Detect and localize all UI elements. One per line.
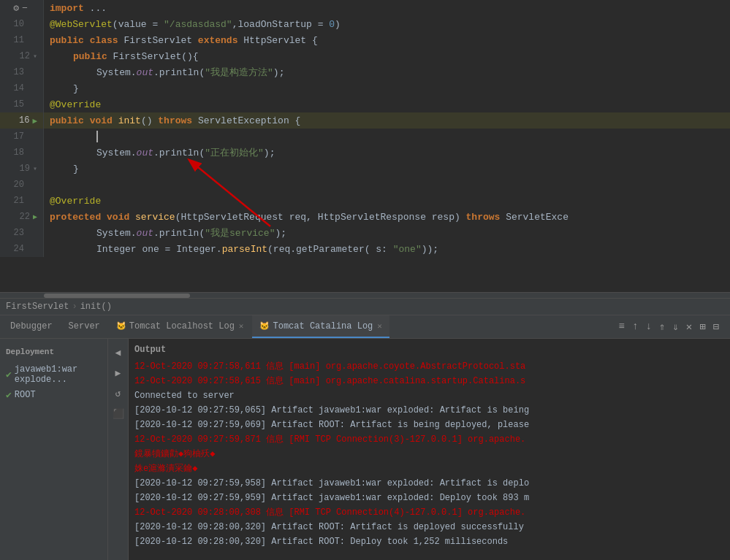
- tab-tomcat-localhost-label: Tomcat Localhost Log: [129, 321, 235, 331]
- line-gutter-16: 16 ▶: [0, 112, 44, 129]
- tab-tomcat-localhost[interactable]: 🐱 Tomcat Localhost Log ✕: [109, 315, 251, 338]
- output-area: Output 12-Oct-2020 09:27:58,611 信息 [main…: [129, 339, 730, 560]
- line-number-11: 11: [7, 35, 24, 45]
- line-content-17[interactable]: [44, 129, 730, 145]
- log-line-2: Connected to server: [129, 388, 730, 403]
- code-line-12: 12 ▾ public FirstServlet(){: [0, 48, 730, 64]
- code-line-22: 22 ▶ protected void service (HttpServlet…: [0, 209, 730, 225]
- line-gutter-14: 14: [0, 80, 44, 96]
- code-line-14: 14 }: [0, 80, 730, 96]
- code-line-24: 24 Integer one = Integer. parseInt (req.…: [0, 241, 730, 257]
- line-content-20[interactable]: [44, 177, 730, 193]
- line-number-19: 19: [12, 164, 30, 174]
- h-scrollbar[interactable]: [0, 292, 730, 298]
- tab-action-up[interactable]: ↑: [630, 319, 640, 334]
- breadcrumb: FirstServlet › init(): [0, 298, 730, 315]
- check-icon-1: ✔: [6, 389, 12, 401]
- line-gutter-23: 23: [0, 225, 44, 241]
- line-gutter-17: 17: [0, 129, 44, 145]
- line-gutter-18: 18: [0, 145, 44, 161]
- log-line-4: [2020-10-12 09:27:59,069] Artifact ROOT:…: [129, 418, 730, 432]
- gear-icon[interactable]: ⚙: [13, 2, 19, 14]
- line-number-22: 22: [12, 212, 30, 222]
- breadcrumb-separator: ›: [72, 302, 77, 312]
- line-content-16[interactable]: public void init () throws ServletExcept…: [44, 112, 730, 129]
- line-content-22[interactable]: protected void service (HttpServletReque…: [44, 209, 730, 225]
- code-line-19: 19 ▾ }: [0, 161, 730, 177]
- side-btn-stop[interactable]: ⬛: [110, 406, 126, 422]
- line-content-21[interactable]: @Override: [44, 193, 730, 209]
- line-gutter-21: 21: [0, 193, 44, 209]
- minimize-icon[interactable]: −: [22, 3, 28, 14]
- tab-action-down[interactable]: ↓: [643, 319, 653, 334]
- log-line-10: 12-Oct-2020 09:28:00,308 信息 [RMI TCP Con…: [129, 505, 730, 520]
- deployment-item-1[interactable]: ✔ ROOT: [0, 387, 107, 403]
- h-scrollbar-thumb[interactable]: [44, 294, 190, 298]
- line-content-23[interactable]: System. out .println( "我是service" );: [44, 225, 730, 241]
- code-line-11: 11 public class FirstServlet extends Htt…: [0, 32, 730, 48]
- code-line-3: 3 ▸ import ...: [0, 0, 730, 16]
- tab-server-label: Server: [69, 321, 100, 331]
- run-icon-16[interactable]: ▶: [32, 116, 37, 126]
- tab-tomcat-catalina-close[interactable]: ✕: [377, 321, 382, 331]
- tab-action-menu[interactable]: ≡: [617, 319, 627, 334]
- annotation-webservlet: @WebServlet: [50, 19, 113, 30]
- run-icon-22[interactable]: ▶: [33, 212, 37, 221]
- tab-action-scroll-up[interactable]: ⇑: [657, 319, 667, 334]
- log-line-12: [2020-10-12 09:28:00,320] Artifact ROOT:…: [129, 534, 730, 549]
- line-content-12[interactable]: public FirstServlet(){: [44, 48, 730, 64]
- tab-action-scroll-down[interactable]: ⇓: [670, 319, 680, 334]
- line-content-11[interactable]: public class FirstServlet extends HttpSe…: [44, 32, 730, 48]
- log-line-9: [2020-10-12 09:27:59,959] Artifact javaw…: [129, 491, 730, 505]
- line-content-15[interactable]: @Override: [44, 96, 730, 112]
- line-number-17: 17: [7, 131, 24, 142]
- output-header: Output: [129, 342, 730, 359]
- tab-tomcat-catalina[interactable]: 🐱 Tomcat Catalina Log ✕: [252, 315, 389, 338]
- text-cursor: [96, 131, 98, 142]
- line-gutter-10: 10: [0, 16, 44, 32]
- tab-tomcat-localhost-close[interactable]: ✕: [239, 321, 244, 331]
- line-gutter-11: 11: [0, 32, 44, 48]
- deployment-item-0[interactable]: ✔ javaweb1:war explode...: [0, 362, 107, 387]
- tab-action-stop[interactable]: ✕: [684, 319, 694, 334]
- deployment-sidebar: Deployment ✔ javaweb1:war explode... ✔ R…: [0, 339, 108, 560]
- code-line-20: 20: [0, 177, 730, 193]
- tab-action-settings[interactable]: ⊟: [711, 319, 721, 334]
- editor-top-settings: ⚙ −: [0, 0, 41, 16]
- line-content-24[interactable]: Integer one = Integer. parseInt (req.get…: [44, 241, 730, 257]
- deployment-item-0-label: javaweb1:war explode...: [15, 364, 102, 385]
- code-line-10: 10 @WebServlet (value = "/asdasdasd" ,lo…: [0, 16, 730, 32]
- deployment-item-1-label: ROOT: [15, 390, 36, 400]
- line-content-19[interactable]: }: [44, 161, 730, 177]
- tomcat-icon-1: 🐱: [116, 321, 126, 331]
- line-number-21: 21: [7, 196, 24, 206]
- side-btn-refresh[interactable]: ↺: [110, 386, 126, 402]
- side-btn-arrow-left[interactable]: ◀: [110, 345, 126, 361]
- log-lines: 12-Oct-2020 09:27:58,611 信息 [main] org.a…: [129, 359, 730, 549]
- fold-icon-19[interactable]: ▾: [33, 164, 37, 173]
- tab-debugger-label: Debugger: [10, 321, 53, 331]
- line-content-18[interactable]: System. out .println( "正在初始化" );: [44, 145, 730, 161]
- line-number-14: 14: [7, 83, 24, 93]
- code-line-21: 21 @Override: [0, 193, 730, 209]
- code-line-23: 23 System. out .println( "我是service" );: [0, 225, 730, 241]
- tab-server[interactable]: Server: [61, 315, 107, 338]
- line-content-13[interactable]: System. out .println( "我是构造方法" );: [44, 64, 730, 80]
- tab-tomcat-catalina-label: Tomcat Catalina Log: [273, 321, 373, 331]
- line-gutter-20: 20: [0, 177, 44, 193]
- line-number-23: 23: [7, 228, 24, 238]
- log-line-3: [2020-10-12 09:27:59,065] Artifact javaw…: [129, 403, 730, 418]
- line-gutter-15: 15: [0, 96, 44, 112]
- deployment-title: Deployment: [0, 345, 107, 362]
- side-btn-arrow-right[interactable]: ▶: [110, 365, 126, 381]
- log-line-7: 姝e滬滌潰冞鑰◆: [129, 461, 730, 476]
- line-content-10[interactable]: @WebServlet (value = "/asdasdasd" ,loadO…: [44, 16, 730, 32]
- line-content-3[interactable]: import ...: [44, 0, 730, 16]
- log-line-0: 12-Oct-2020 09:27:58,611 信息 [main] org.a…: [129, 359, 730, 374]
- tab-action-grid[interactable]: ⊞: [697, 319, 707, 334]
- tab-debugger[interactable]: Debugger: [3, 315, 60, 338]
- log-line-8: [2020-10-12 09:27:59,958] Artifact javaw…: [129, 476, 730, 491]
- bottom-panel: Debugger Server 🐱 Tomcat Localhost Log ✕…: [0, 315, 730, 560]
- fold-icon-12[interactable]: ▾: [33, 52, 37, 61]
- line-content-14[interactable]: }: [44, 80, 730, 96]
